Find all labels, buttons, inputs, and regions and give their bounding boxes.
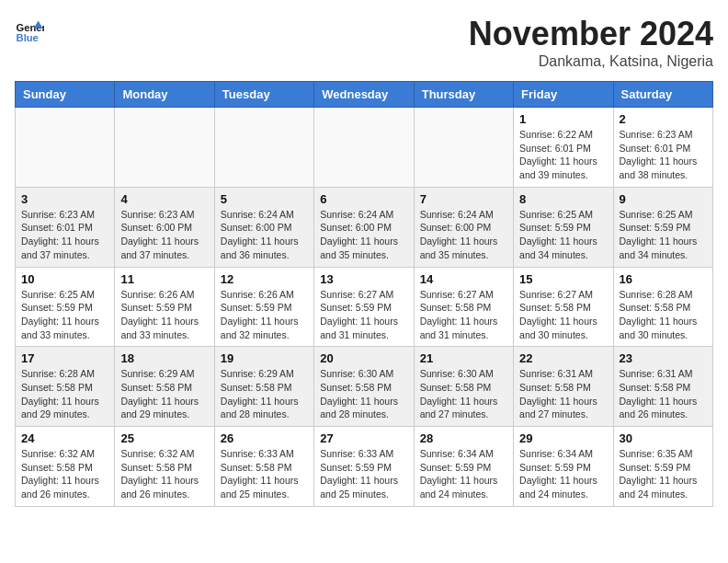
day-number: 19 xyxy=(221,351,308,365)
calendar-day-cell: 18Sunrise: 6:29 AMSunset: 5:58 PMDayligh… xyxy=(115,347,214,427)
calendar-day-cell: 8Sunrise: 6:25 AMSunset: 5:59 PMDaylight… xyxy=(514,187,613,267)
day-number: 18 xyxy=(120,351,208,365)
day-info: Sunrise: 6:25 AMSunset: 5:59 PMDaylight:… xyxy=(21,288,108,342)
calendar-week-row: 24Sunrise: 6:32 AMSunset: 5:58 PMDayligh… xyxy=(16,427,713,507)
calendar-day-cell: 25Sunrise: 6:32 AMSunset: 5:58 PMDayligh… xyxy=(115,427,214,507)
day-number: 16 xyxy=(620,272,707,286)
day-number: 30 xyxy=(620,431,707,445)
day-of-week-header: Wednesday xyxy=(314,82,414,108)
day-info: Sunrise: 6:33 AMSunset: 5:58 PMDaylight:… xyxy=(221,447,308,501)
day-of-week-header: Sunday xyxy=(16,82,115,108)
day-info: Sunrise: 6:27 AMSunset: 5:58 PMDaylight:… xyxy=(519,288,607,342)
day-of-week-header: Tuesday xyxy=(214,82,313,108)
calendar-day-cell: 2Sunrise: 6:23 AMSunset: 6:01 PMDaylight… xyxy=(613,108,712,188)
day-number: 2 xyxy=(620,112,707,126)
logo: General Blue xyxy=(15,15,44,44)
calendar-day-cell xyxy=(214,108,313,188)
calendar-day-cell: 24Sunrise: 6:32 AMSunset: 5:58 PMDayligh… xyxy=(16,427,115,507)
calendar-day-cell: 22Sunrise: 6:31 AMSunset: 5:58 PMDayligh… xyxy=(514,347,613,427)
day-info: Sunrise: 6:30 AMSunset: 5:58 PMDaylight:… xyxy=(420,367,507,421)
day-number: 25 xyxy=(120,431,208,445)
day-of-week-header: Thursday xyxy=(414,82,513,108)
day-number: 8 xyxy=(519,192,607,206)
day-info: Sunrise: 6:23 AMSunset: 6:00 PMDaylight:… xyxy=(120,208,208,262)
day-info: Sunrise: 6:29 AMSunset: 5:58 PMDaylight:… xyxy=(221,367,308,421)
calendar-day-cell: 30Sunrise: 6:35 AMSunset: 5:59 PMDayligh… xyxy=(613,427,712,507)
calendar-day-cell xyxy=(314,108,414,188)
month-year-title: November 2024 xyxy=(469,15,713,53)
day-info: Sunrise: 6:29 AMSunset: 5:58 PMDaylight:… xyxy=(120,367,208,421)
calendar-day-cell: 21Sunrise: 6:30 AMSunset: 5:58 PMDayligh… xyxy=(414,347,513,427)
page-header: General Blue November 2024 Dankama, Kats… xyxy=(15,15,713,70)
day-number: 14 xyxy=(420,272,507,286)
day-number: 12 xyxy=(221,272,308,286)
day-number: 22 xyxy=(519,351,607,365)
day-info: Sunrise: 6:33 AMSunset: 5:59 PMDaylight:… xyxy=(320,447,407,501)
day-info: Sunrise: 6:23 AMSunset: 6:01 PMDaylight:… xyxy=(21,208,108,262)
calendar-day-cell: 12Sunrise: 6:26 AMSunset: 5:59 PMDayligh… xyxy=(214,267,313,347)
calendar-day-cell: 16Sunrise: 6:28 AMSunset: 5:58 PMDayligh… xyxy=(613,267,712,347)
day-number: 4 xyxy=(120,192,208,206)
day-number: 29 xyxy=(519,431,607,445)
day-number: 6 xyxy=(320,192,407,206)
day-info: Sunrise: 6:27 AMSunset: 5:59 PMDaylight:… xyxy=(320,288,407,342)
calendar-day-cell: 9Sunrise: 6:25 AMSunset: 5:59 PMDaylight… xyxy=(613,187,712,267)
day-info: Sunrise: 6:31 AMSunset: 5:58 PMDaylight:… xyxy=(519,367,607,421)
calendar-day-cell: 3Sunrise: 6:23 AMSunset: 6:01 PMDaylight… xyxy=(16,187,115,267)
calendar-day-cell: 1Sunrise: 6:22 AMSunset: 6:01 PMDaylight… xyxy=(514,108,613,188)
calendar-table: SundayMondayTuesdayWednesdayThursdayFrid… xyxy=(15,81,713,507)
day-of-week-header: Friday xyxy=(514,82,613,108)
svg-text:Blue: Blue xyxy=(17,32,39,43)
day-info: Sunrise: 6:35 AMSunset: 5:59 PMDaylight:… xyxy=(620,447,707,501)
day-info: Sunrise: 6:24 AMSunset: 6:00 PMDaylight:… xyxy=(320,208,407,262)
calendar-day-cell xyxy=(16,108,115,188)
calendar-day-cell: 7Sunrise: 6:24 AMSunset: 6:00 PMDaylight… xyxy=(414,187,513,267)
day-info: Sunrise: 6:26 AMSunset: 5:59 PMDaylight:… xyxy=(120,288,208,342)
calendar-day-cell: 29Sunrise: 6:34 AMSunset: 5:59 PMDayligh… xyxy=(514,427,613,507)
calendar-day-cell: 15Sunrise: 6:27 AMSunset: 5:58 PMDayligh… xyxy=(514,267,613,347)
calendar-day-cell: 10Sunrise: 6:25 AMSunset: 5:59 PMDayligh… xyxy=(16,267,115,347)
day-number: 24 xyxy=(21,431,108,445)
day-number: 11 xyxy=(120,272,208,286)
day-info: Sunrise: 6:34 AMSunset: 5:59 PMDaylight:… xyxy=(420,447,507,501)
calendar-day-cell xyxy=(414,108,513,188)
day-number: 17 xyxy=(21,351,108,365)
logo-icon: General Blue xyxy=(15,15,44,44)
day-number: 21 xyxy=(420,351,507,365)
calendar-week-row: 17Sunrise: 6:28 AMSunset: 5:58 PMDayligh… xyxy=(16,347,713,427)
day-info: Sunrise: 6:34 AMSunset: 5:59 PMDaylight:… xyxy=(519,447,607,501)
day-number: 23 xyxy=(620,351,707,365)
day-number: 7 xyxy=(420,192,507,206)
day-info: Sunrise: 6:28 AMSunset: 5:58 PMDaylight:… xyxy=(21,367,108,421)
calendar-day-cell: 17Sunrise: 6:28 AMSunset: 5:58 PMDayligh… xyxy=(16,347,115,427)
calendar-day-cell: 23Sunrise: 6:31 AMSunset: 5:58 PMDayligh… xyxy=(613,347,712,427)
day-of-week-header: Monday xyxy=(115,82,214,108)
day-of-week-header: Saturday xyxy=(613,82,712,108)
day-number: 15 xyxy=(519,272,607,286)
day-info: Sunrise: 6:25 AMSunset: 5:59 PMDaylight:… xyxy=(519,208,607,262)
calendar-day-cell: 14Sunrise: 6:27 AMSunset: 5:58 PMDayligh… xyxy=(414,267,513,347)
location-subtitle: Dankama, Katsina, Nigeria xyxy=(469,53,713,70)
calendar-header-row: SundayMondayTuesdayWednesdayThursdayFrid… xyxy=(16,82,713,108)
calendar-week-row: 3Sunrise: 6:23 AMSunset: 6:01 PMDaylight… xyxy=(16,187,713,267)
day-info: Sunrise: 6:28 AMSunset: 5:58 PMDaylight:… xyxy=(620,288,707,342)
day-info: Sunrise: 6:25 AMSunset: 5:59 PMDaylight:… xyxy=(620,208,707,262)
day-info: Sunrise: 6:30 AMSunset: 5:58 PMDaylight:… xyxy=(320,367,407,421)
day-info: Sunrise: 6:27 AMSunset: 5:58 PMDaylight:… xyxy=(420,288,507,342)
calendar-week-row: 10Sunrise: 6:25 AMSunset: 5:59 PMDayligh… xyxy=(16,267,713,347)
calendar-week-row: 1Sunrise: 6:22 AMSunset: 6:01 PMDaylight… xyxy=(16,108,713,188)
day-info: Sunrise: 6:23 AMSunset: 6:01 PMDaylight:… xyxy=(620,128,707,182)
day-info: Sunrise: 6:24 AMSunset: 6:00 PMDaylight:… xyxy=(221,208,308,262)
day-number: 20 xyxy=(320,351,407,365)
day-info: Sunrise: 6:26 AMSunset: 5:59 PMDaylight:… xyxy=(221,288,308,342)
day-info: Sunrise: 6:22 AMSunset: 6:01 PMDaylight:… xyxy=(519,128,607,182)
day-number: 10 xyxy=(21,272,108,286)
calendar-day-cell: 4Sunrise: 6:23 AMSunset: 6:00 PMDaylight… xyxy=(115,187,214,267)
calendar-day-cell: 20Sunrise: 6:30 AMSunset: 5:58 PMDayligh… xyxy=(314,347,414,427)
title-block: November 2024 Dankama, Katsina, Nigeria xyxy=(469,15,713,70)
day-number: 26 xyxy=(221,431,308,445)
day-number: 13 xyxy=(320,272,407,286)
day-info: Sunrise: 6:32 AMSunset: 5:58 PMDaylight:… xyxy=(120,447,208,501)
day-number: 3 xyxy=(21,192,108,206)
calendar-day-cell: 28Sunrise: 6:34 AMSunset: 5:59 PMDayligh… xyxy=(414,427,513,507)
